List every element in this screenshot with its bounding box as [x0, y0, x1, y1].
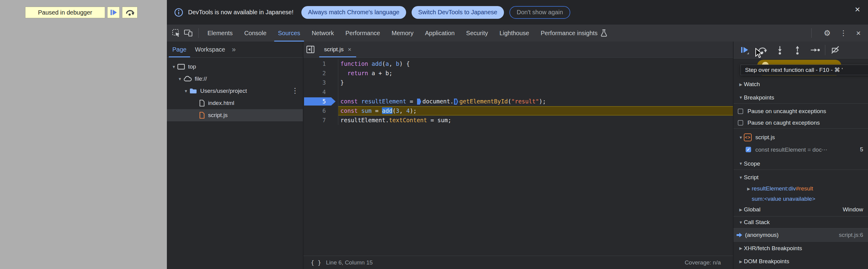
more-options-kebab-icon[interactable]: ⋮	[840, 29, 847, 37]
watch-section-header[interactable]: ▶ Watch	[734, 78, 868, 90]
tab-label: Sources	[278, 30, 300, 37]
tree-item-project-folder[interactable]: ▼ Users/user/project	[167, 85, 303, 97]
inspect-element-button[interactable]	[171, 28, 181, 38]
code-text[interactable]	[338, 87, 733, 97]
breakpoint-file-group[interactable]: ▼ <> script.js	[734, 131, 868, 143]
tree-item-file-origin[interactable]: ▼ file://	[167, 73, 303, 85]
scope-script-label: Script	[744, 174, 759, 181]
paused-execution-line[interactable]: const sum = add(3, 4);	[338, 106, 733, 115]
caret-right-icon[interactable]: ▶	[738, 82, 744, 87]
dom-breakpoints-label: DOM Breakpoints	[744, 258, 789, 265]
tree-item-index-html[interactable]: index.html	[167, 97, 303, 109]
line-number-gutter[interactable]: 1	[304, 59, 338, 69]
file-tab-script-js[interactable]: script.js ×	[319, 42, 356, 57]
scope-var-resultelement-row[interactable]: ▶ resultElement: div#result	[734, 184, 868, 194]
code-text[interactable]: const resultElement = document.getElemen…	[338, 97, 733, 106]
deactivate-breakpoints-button[interactable]	[827, 46, 844, 55]
code-text[interactable]: resultElement.textContent = sum;	[338, 115, 733, 125]
tab-lighthouse[interactable]: Lighthouse	[494, 25, 535, 42]
caret-down-icon[interactable]: ▼	[183, 89, 189, 93]
script-source-icon: <>	[744, 133, 752, 141]
xhr-breakpoints-section-header[interactable]: ▶ XHR/fetch Breakpoints	[734, 242, 868, 255]
tab-performance-insights[interactable]: Performance insights	[535, 25, 613, 42]
caret-right-icon[interactable]: ▶	[746, 187, 752, 191]
call-stack-section-header[interactable]: ▼ Call Stack	[734, 216, 868, 228]
caret-down-icon[interactable]: ▼	[177, 77, 183, 81]
code-token: );	[410, 107, 417, 114]
settings-gear-icon[interactable]: ⚙	[824, 28, 831, 38]
dont-show-again-button[interactable]: Don't show again	[509, 6, 570, 19]
scope-var-sum-row[interactable]: sum: <value unavailable>	[734, 194, 868, 204]
navigator-menu-kebab-icon[interactable]: ⋮	[291, 86, 299, 95]
code-text[interactable]: }	[338, 78, 733, 87]
code-token: =	[372, 107, 382, 114]
caret-down-icon[interactable]: ▼	[738, 175, 744, 180]
pause-caught-checkbox[interactable]	[738, 120, 743, 126]
tab-network[interactable]: Network	[306, 25, 340, 42]
caret-right-icon[interactable]: ▶	[738, 208, 744, 212]
breakpoint-marker[interactable]: 5	[304, 97, 338, 106]
caret-right-icon[interactable]: ▶	[738, 259, 744, 264]
line-number-gutter[interactable]: 7	[304, 115, 338, 125]
step-into-next-function-call-button[interactable]	[771, 45, 789, 55]
caret-down-icon[interactable]: ▼	[738, 95, 744, 100]
more-tabs-chevron-icon[interactable]: »	[232, 46, 235, 54]
resume-icon	[740, 45, 750, 55]
toggle-device-toolbar-button[interactable]	[183, 28, 193, 38]
caret-down-icon[interactable]: ▼	[738, 135, 744, 140]
tree-item-top[interactable]: ▼ top	[167, 61, 303, 73]
line-number-gutter[interactable]: 6	[304, 106, 338, 115]
caret-down-icon[interactable]: ▼	[171, 64, 177, 69]
line-number-gutter[interactable]: 2	[304, 69, 338, 78]
pause-uncaught-checkbox[interactable]	[738, 109, 743, 114]
breakpoint-entry-row[interactable]: ✓ const resultElement = doc⋯ 5	[734, 143, 868, 156]
always-match-language-button[interactable]: Always match Chrome's language	[301, 6, 406, 19]
close-file-tab-icon[interactable]: ×	[348, 46, 351, 53]
resume-script-button[interactable]	[107, 7, 120, 18]
close-devtools-icon[interactable]: ×	[856, 28, 861, 38]
caret-down-icon[interactable]: ▼	[738, 161, 744, 166]
call-stack-frame-row[interactable]: (anonymous) script.js:6	[734, 228, 868, 242]
breakpoint-enabled-checkbox[interactable]: ✓	[746, 147, 751, 152]
step-out-of-current-function-button[interactable]	[789, 45, 806, 55]
code-line: 5const resultElement = document.getEleme…	[304, 97, 733, 106]
breakpoints-section-header[interactable]: ▼ Breakpoints	[734, 91, 868, 104]
infobar-close-icon[interactable]: ×	[855, 5, 860, 14]
line-number-gutter[interactable]: 4	[304, 87, 338, 97]
pretty-print-icon[interactable]: { }	[311, 259, 321, 266]
code-token: return	[347, 70, 368, 76]
inline-breakpoint-icon[interactable]	[417, 99, 421, 105]
variable-name: sum	[752, 196, 763, 202]
tab-performance[interactable]: Performance	[340, 25, 386, 42]
inline-breakpoint-icon[interactable]	[454, 99, 458, 105]
code-editor[interactable]: 1function add(a, b) {2 return a + b;3}45…	[304, 58, 733, 255]
tree-item-script-js[interactable]: script.js	[167, 109, 303, 121]
step-over-button-page[interactable]	[122, 7, 137, 18]
pause-on-uncaught-exceptions-row[interactable]: Pause on uncaught exceptions	[734, 106, 868, 117]
frame-icon	[177, 64, 185, 70]
dom-breakpoints-section-header[interactable]: ▶ DOM Breakpoints	[734, 255, 868, 268]
scope-script-group[interactable]: ▼ Script	[734, 171, 868, 184]
tab-sources[interactable]: Sources	[272, 25, 306, 42]
caret-right-icon[interactable]: ▶	[738, 246, 744, 250]
code-text[interactable]: function add(a, b) {	[338, 59, 733, 69]
tab-console[interactable]: Console	[238, 25, 272, 42]
scope-section-header[interactable]: ▼ Scope	[734, 158, 868, 170]
tab-security[interactable]: Security	[460, 25, 494, 42]
tabbar-right-divider	[811, 28, 812, 38]
step-button[interactable]	[806, 46, 824, 55]
navigator-tab-workspace[interactable]: Workspace	[191, 42, 229, 57]
pause-on-caught-exceptions-row[interactable]: Pause on caught exceptions	[734, 117, 868, 129]
tab-elements[interactable]: Elements	[202, 25, 238, 42]
collapse-navigator-button[interactable]	[304, 45, 317, 54]
tab-application[interactable]: Application	[419, 25, 460, 42]
code-text[interactable]: return a + b;	[338, 69, 733, 78]
navigator-tab-page[interactable]: Page	[168, 42, 191, 57]
resume-script-execution-button[interactable]	[736, 45, 753, 55]
tab-memory[interactable]: Memory	[386, 25, 419, 42]
switch-to-japanese-button[interactable]: Switch DevTools to Japanese	[411, 6, 504, 19]
scope-global-row[interactable]: ▶ Global Window	[734, 204, 868, 215]
line-number-gutter[interactable]: 3	[304, 78, 338, 87]
caret-down-icon[interactable]: ▼	[738, 220, 744, 225]
line-number: 5	[322, 98, 326, 105]
